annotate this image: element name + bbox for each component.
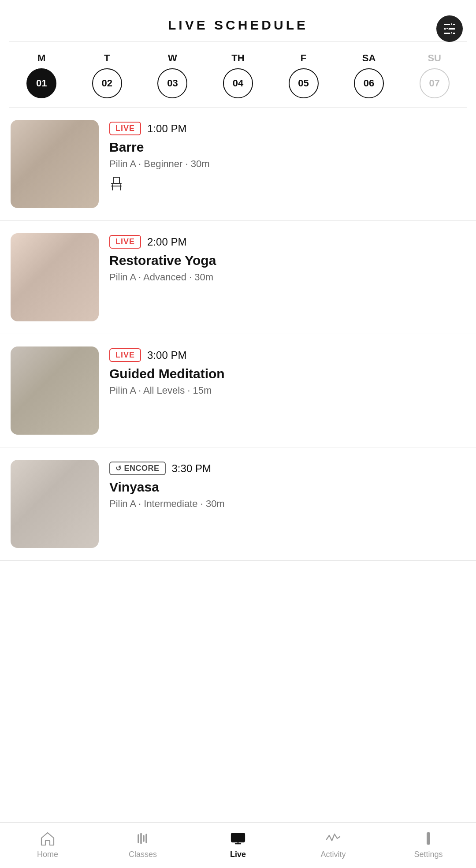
class-meta: Pilin A · Intermediate · 30m <box>109 498 465 510</box>
filter-button[interactable] <box>436 15 463 42</box>
nav-item-home[interactable]: Home <box>21 830 74 859</box>
class-thumbnail-guided-meditation <box>11 346 99 435</box>
encore-icon: ↺ <box>115 464 122 473</box>
class-item-barre[interactable]: LIVE1:00 PMBarrePilin A · Beginner · 30m <box>0 108 476 221</box>
day-item-m[interactable]: M01 <box>26 52 56 98</box>
day-letter: M <box>37 52 45 64</box>
day-item-th[interactable]: TH04 <box>223 52 253 98</box>
day-circle[interactable]: 02 <box>92 68 122 98</box>
bottom-nav: HomeClassesLiveActivitySettings <box>0 822 476 868</box>
day-circle[interactable]: 03 <box>157 68 187 98</box>
day-item-sa[interactable]: SA06 <box>354 52 384 98</box>
class-time: 3:30 PM <box>172 462 211 475</box>
day-circle[interactable]: 01 <box>26 68 56 98</box>
class-badge-row: LIVE1:00 PM <box>109 122 465 135</box>
class-badge-row: LIVE3:00 PM <box>109 348 465 362</box>
day-letter: W <box>168 52 177 64</box>
class-meta: Pilin A · All Levels · 15m <box>109 385 465 396</box>
day-letter: F <box>301 52 306 64</box>
class-name: Vinyasa <box>109 480 465 495</box>
class-thumbnail-vinyasa <box>11 460 99 548</box>
nav-item-activity[interactable]: Activity <box>307 830 360 859</box>
class-time: 2:00 PM <box>147 236 186 248</box>
live-badge: LIVE <box>109 235 141 249</box>
class-list: LIVE1:00 PMBarrePilin A · Beginner · 30m… <box>0 108 476 561</box>
activity-nav-icon <box>324 830 342 847</box>
class-equipment <box>109 176 465 195</box>
page-title: LIVE SCHEDULE <box>168 18 308 33</box>
svg-rect-2 <box>119 177 120 184</box>
classes-nav-icon <box>134 830 152 847</box>
live-badge: LIVE <box>109 122 141 135</box>
class-info-vinyasa: ↺ENCORE3:30 PMVinyasaPilin A · Intermedi… <box>109 460 465 510</box>
activity-nav-label: Activity <box>320 850 346 859</box>
svg-rect-4 <box>112 184 113 190</box>
nav-item-classes[interactable]: Classes <box>116 830 169 859</box>
nav-item-settings[interactable]: Settings <box>402 830 455 859</box>
class-info-barre: LIVE1:00 PMBarrePilin A · Beginner · 30m <box>109 120 465 195</box>
class-badge-row: LIVE2:00 PM <box>109 235 465 249</box>
class-thumbnail-restorative-yoga <box>11 233 99 321</box>
class-thumbnail-barre <box>11 120 99 208</box>
svg-rect-5 <box>120 184 121 190</box>
live-badge: LIVE <box>109 348 141 362</box>
day-letter: T <box>104 52 110 64</box>
encore-badge: ↺ENCORE <box>109 462 166 475</box>
live-nav-icon <box>229 830 247 847</box>
day-circle[interactable]: 06 <box>354 68 384 98</box>
day-letter: SA <box>362 52 376 64</box>
day-circle[interactable]: 07 <box>420 68 450 98</box>
class-name: Guided Meditation <box>109 366 465 381</box>
class-meta: Pilin A · Advanced · 30m <box>109 272 465 283</box>
home-nav-icon <box>39 830 56 847</box>
day-letter: TH <box>231 52 244 64</box>
class-meta: Pilin A · Beginner · 30m <box>109 158 465 170</box>
chair-icon <box>109 181 123 194</box>
class-info-restorative-yoga: LIVE2:00 PMRestorative YogaPilin A · Adv… <box>109 233 465 283</box>
class-item-restorative-yoga[interactable]: LIVE2:00 PMRestorative YogaPilin A · Adv… <box>0 221 476 334</box>
class-item-guided-meditation[interactable]: LIVE3:00 PMGuided MeditationPilin A · Al… <box>0 334 476 447</box>
day-selector: M01T02W03TH04F05SA06SU07 <box>0 42 476 107</box>
svg-rect-1 <box>113 177 114 184</box>
svg-rect-3 <box>111 183 122 184</box>
class-name: Restorative Yoga <box>109 253 465 268</box>
class-name: Barre <box>109 140 465 155</box>
live-nav-label: Live <box>230 850 246 859</box>
svg-rect-0 <box>113 177 120 178</box>
day-item-f[interactable]: F05 <box>289 52 319 98</box>
day-circle[interactable]: 05 <box>289 68 319 98</box>
home-nav-label: Home <box>37 850 58 859</box>
day-circle[interactable]: 04 <box>223 68 253 98</box>
filter-icon <box>444 24 455 34</box>
settings-nav-label: Settings <box>414 850 443 859</box>
nav-item-live[interactable]: Live <box>212 830 264 859</box>
day-letter: SU <box>428 52 441 64</box>
class-info-guided-meditation: LIVE3:00 PMGuided MeditationPilin A · Al… <box>109 346 465 396</box>
svg-rect-19 <box>427 832 430 845</box>
day-item-su[interactable]: SU07 <box>420 52 450 98</box>
settings-nav-icon <box>420 830 437 847</box>
class-badge-row: ↺ENCORE3:30 PM <box>109 462 465 475</box>
day-item-w[interactable]: W03 <box>157 52 187 98</box>
class-item-vinyasa[interactable]: ↺ENCORE3:30 PMVinyasaPilin A · Intermedi… <box>0 447 476 561</box>
header: LIVE SCHEDULE <box>0 0 476 41</box>
class-time: 1:00 PM <box>147 123 186 135</box>
class-time: 3:00 PM <box>147 349 186 361</box>
classes-nav-label: Classes <box>129 850 157 859</box>
svg-rect-6 <box>111 186 122 186</box>
day-item-t[interactable]: T02 <box>92 52 122 98</box>
